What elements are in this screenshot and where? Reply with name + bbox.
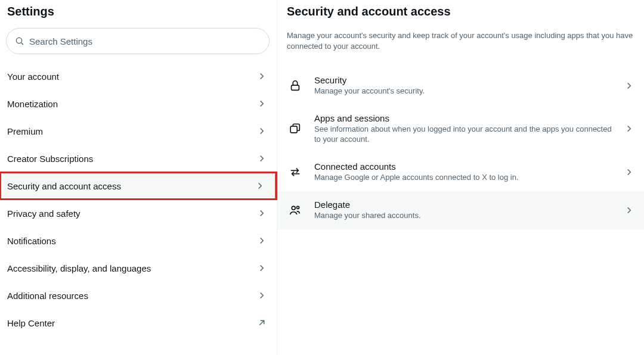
svg-point-0 [16,38,21,43]
external-link-icon [256,317,267,328]
apps-icon [287,122,304,135]
sidebar-item-label: Additional resources [7,291,88,301]
chevron-right-icon [624,167,634,178]
option-connected-accounts[interactable]: Connected accounts Manage Google or Appl… [277,153,644,191]
sidebar-item-notifications[interactable]: Notifications [0,227,277,254]
chevron-right-icon [256,126,267,136]
chevron-right-icon [255,180,265,191]
svg-line-2 [259,320,264,325]
search-box[interactable] [6,28,270,54]
svg-rect-4 [290,126,297,133]
people-icon [287,204,304,217]
chevron-right-icon [256,153,267,164]
sidebar-item-accessibility-display-languages[interactable]: Accessibility, display, and languages [0,254,277,282]
sidebar-item-premium[interactable]: Premium [0,117,277,145]
settings-title: Settings [0,5,277,23]
sidebar-item-label: Help Center [7,318,55,328]
chevron-right-icon [256,71,267,82]
sidebar-item-label: Premium [7,126,43,136]
sidebar-item-monetization[interactable]: Monetization [0,90,277,117]
sidebar-item-label: Creator Subscriptions [7,154,93,164]
option-security[interactable]: Security Manage your account's security. [277,67,644,105]
option-subtitle: Manage Google or Apple accounts connecte… [314,173,613,183]
option-title: Connected accounts [314,161,613,172]
option-apps-and-sessions[interactable]: Apps and sessions See information about … [277,105,644,153]
settings-detail-pane: Security and account access Manage your … [277,0,644,355]
option-subtitle: Manage your shared accounts. [314,211,613,221]
sidebar-item-label: Accessibility, display, and languages [7,263,151,273]
option-title: Security [314,75,613,85]
sidebar-item-privacy-and-safety[interactable]: Privacy and safety [0,200,277,227]
sidebar-item-label: Notifications [7,236,56,246]
option-subtitle: See information about when you logged in… [314,124,613,145]
search-icon [15,36,24,46]
search-wrap [0,23,277,63]
chevron-right-icon [256,263,267,273]
svg-line-1 [21,43,23,45]
option-title: Apps and sessions [314,113,613,123]
chevron-right-icon [256,290,267,301]
svg-rect-3 [292,85,299,90]
settings-sidebar: Settings Your account Monetization Premi… [0,0,277,355]
svg-point-5 [292,206,295,210]
option-subtitle: Manage your account's security. [314,86,613,96]
search-input[interactable] [29,36,261,46]
chevron-right-icon [256,235,267,246]
detail-description: Manage your account's security and keep … [277,24,644,67]
detail-title: Security and account access [277,5,644,24]
chevron-right-icon [256,98,267,109]
sidebar-item-label: Privacy and safety [7,208,80,219]
sidebar-item-label: Security and account access [7,181,121,191]
sidebar-item-help-center[interactable]: Help Center [0,309,277,337]
chevron-right-icon [624,80,634,91]
chevron-right-icon [256,208,267,219]
svg-point-6 [297,206,299,208]
sidebar-item-label: Monetization [7,99,58,109]
option-title: Delegate [314,200,613,210]
sidebar-item-security-and-account-access[interactable]: Security and account access [0,172,277,200]
sidebar-item-creator-subscriptions[interactable]: Creator Subscriptions [0,145,277,172]
option-delegate[interactable]: Delegate Manage your shared accounts. [277,191,644,229]
sidebar-item-additional-resources[interactable]: Additional resources [0,282,277,309]
sidebar-item-label: Your account [7,71,59,82]
chevron-right-icon [624,205,634,216]
lock-icon [287,79,304,92]
swap-icon [287,166,304,179]
sidebar-item-your-account[interactable]: Your account [0,63,277,90]
chevron-right-icon [624,123,634,134]
settings-nav: Your account Monetization Premium Creato… [0,63,277,337]
